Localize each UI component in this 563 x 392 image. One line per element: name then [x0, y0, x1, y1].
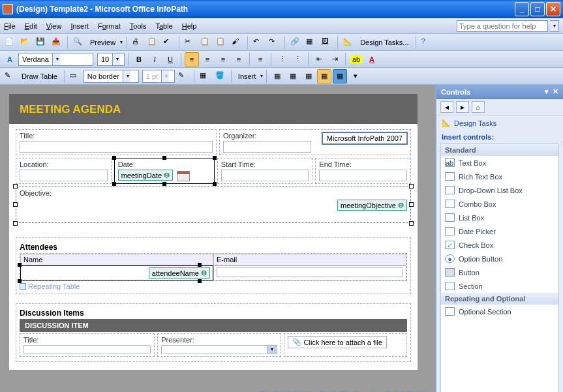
discussion-presenter-dropdown[interactable]: ▾ — [161, 345, 277, 354]
task-pane-close-icon[interactable]: ✕ — [553, 87, 558, 96]
attendees-section[interactable]: Attendees Name E-mail attendeeName⊖ — [16, 237, 411, 294]
objective-region-selected[interactable]: Objective: meetingObjective⊖ — [16, 187, 411, 223]
menu-file[interactable]: File — [4, 22, 16, 30]
line-spacing-button[interactable]: ≡ — [253, 52, 267, 67]
new-icon[interactable]: 📄 — [3, 35, 17, 50]
align-left-button[interactable]: ≡ — [185, 52, 199, 67]
border-width-combo[interactable]: 1 pt▾ — [142, 70, 175, 83]
italic-button[interactable]: I — [147, 52, 162, 67]
help-search[interactable]: ▾ — [457, 20, 559, 32]
align-right-button[interactable]: ≡ — [216, 52, 230, 67]
end-time-region[interactable]: End Time: — [315, 158, 411, 184]
redo-icon[interactable]: ↷ — [267, 35, 281, 50]
bold-button[interactable]: B — [132, 52, 146, 67]
maximize-button[interactable]: □ — [530, 2, 545, 16]
cut-icon[interactable]: ✂ — [183, 35, 197, 50]
font-scheme-icon[interactable]: A — [3, 52, 17, 67]
start-time-region[interactable]: Start Time: — [217, 158, 313, 184]
border-style-combo[interactable]: No border▾ — [84, 70, 139, 83]
menu-insert[interactable]: Insert — [70, 22, 89, 30]
hyperlink-icon[interactable]: 🔗 — [288, 35, 303, 50]
nav-forward-button[interactable]: ► — [456, 101, 469, 113]
font-color-button[interactable]: A — [365, 52, 379, 67]
attendee-name-cell-selected[interactable]: attendeeName⊖ — [20, 265, 213, 280]
preview-button[interactable]: Preview — [87, 38, 119, 46]
location-region[interactable]: Location: — [16, 158, 112, 184]
format-painter-icon[interactable]: 🖌 — [230, 35, 244, 50]
menu-help[interactable]: Help — [182, 22, 197, 30]
split-cells-button[interactable]: ▦ — [286, 69, 300, 83]
open-icon[interactable]: 📂 — [18, 35, 33, 50]
task-pane-dropdown[interactable]: ▾ — [545, 87, 549, 96]
design-canvas[interactable]: MEETING AGENDA Title: Organizer: Microso… — [0, 85, 435, 392]
borders-button[interactable]: ▦ — [198, 69, 212, 83]
copy-icon[interactable]: 📋 — [198, 35, 213, 50]
eraser-icon[interactable]: ▭ — [68, 69, 82, 83]
numbered-list-button[interactable]: ⋮ — [275, 52, 289, 67]
toolbar-options-icon[interactable]: ▾ — [348, 69, 363, 83]
repeating-table-indicator[interactable]: Repeating Table — [20, 281, 407, 292]
draw-table-button[interactable]: Draw Table — [18, 72, 61, 80]
control-dropdown-list-box[interactable]: Drop-Down List Box — [441, 183, 558, 197]
nav-back-button[interactable]: ◄ — [440, 101, 453, 113]
align-cells-button[interactable]: ▦ — [301, 69, 316, 83]
minimize-button[interactable]: _ — [515, 2, 529, 16]
menu-table[interactable]: Table — [155, 22, 172, 30]
date-binding-tag[interactable]: meetingDate⊖ — [118, 170, 173, 181]
title-region[interactable]: Title: — [16, 129, 217, 155]
attendee-email-field[interactable] — [217, 267, 403, 277]
discussion-presenter-region[interactable]: Presenter: ▾ — [157, 333, 281, 357]
preview-icon[interactable]: 🔍 — [71, 35, 85, 50]
publish-icon[interactable]: 📤 — [50, 35, 64, 50]
paste-icon[interactable]: 📋 — [214, 35, 228, 50]
underline-button[interactable]: U — [163, 52, 177, 67]
control-list-box[interactable]: List Box — [441, 211, 558, 224]
help-icon[interactable]: ? — [419, 35, 434, 50]
align-justify-button[interactable]: ≡ — [232, 52, 246, 67]
help-search-dropdown[interactable]: ▾ — [550, 20, 559, 32]
menu-edit[interactable]: Edit — [25, 22, 37, 30]
decrease-indent-button[interactable]: ⇤ — [312, 52, 326, 67]
control-check-box[interactable]: ✓Check Box — [441, 238, 558, 252]
attendee-name-binding-tag[interactable]: attendeeName⊖ — [149, 267, 210, 279]
control-textbox[interactable]: abText Box — [441, 156, 558, 170]
font-size-combo[interactable]: 10▾ — [97, 53, 125, 66]
attendee-email-cell[interactable] — [213, 265, 406, 280]
menu-tools[interactable]: Tools — [130, 22, 147, 30]
discussion-title-field[interactable] — [23, 345, 151, 354]
nav-home-button[interactable]: ⌂ — [472, 101, 485, 113]
highlight-button[interactable]: ab — [349, 52, 363, 67]
objective-binding-tag[interactable]: meetingObjective⊖ — [337, 200, 407, 211]
start-time-field[interactable] — [221, 170, 309, 181]
shading-button[interactable]: 🪣 — [213, 69, 228, 83]
close-button[interactable]: ✕ — [546, 2, 560, 16]
merge-cells-button[interactable]: ▦ — [270, 69, 284, 83]
undo-icon[interactable]: ↶ — [251, 35, 266, 50]
design-tasks-icon[interactable]: 📐 — [341, 35, 356, 50]
increase-indent-button[interactable]: ⇥ — [327, 52, 342, 67]
draw-table-icon[interactable]: ✎ — [3, 69, 17, 83]
help-search-input[interactable] — [457, 20, 548, 32]
menu-format[interactable]: Format — [98, 22, 121, 30]
align-center-button[interactable]: ≡ — [200, 52, 215, 67]
save-icon[interactable]: 💾 — [34, 35, 48, 50]
print-icon[interactable]: 🖨 — [130, 35, 144, 50]
bulleted-list-button[interactable]: ⋮ — [290, 52, 305, 67]
title-field[interactable] — [20, 141, 213, 153]
control-button[interactable]: Button — [441, 265, 558, 279]
design-tasks-link[interactable]: 📐 Design Tasks — [436, 115, 563, 130]
menu-view[interactable]: View — [46, 22, 62, 30]
border-color-button[interactable]: ✎ — [176, 69, 190, 83]
print-preview-icon[interactable]: 📋 — [145, 35, 160, 50]
table-button-active[interactable]: ▦ — [317, 69, 331, 83]
discussion-title-region[interactable]: Title: — [20, 333, 155, 357]
distribute-button[interactable]: ▦ — [333, 69, 347, 83]
insert-picture-icon[interactable]: 🖼 — [320, 35, 334, 50]
control-date-picker[interactable]: Date Picker — [441, 224, 558, 238]
design-tasks-button[interactable]: Design Tasks... — [357, 38, 412, 46]
insert-table-icon[interactable]: ▦ — [304, 35, 318, 50]
date-picker-icon[interactable] — [177, 171, 190, 181]
date-region-selected[interactable]: Date: meetingDate⊖ — [114, 158, 215, 184]
end-time-field[interactable] — [319, 170, 407, 181]
control-option-button[interactable]: ●Option Button — [441, 252, 558, 265]
